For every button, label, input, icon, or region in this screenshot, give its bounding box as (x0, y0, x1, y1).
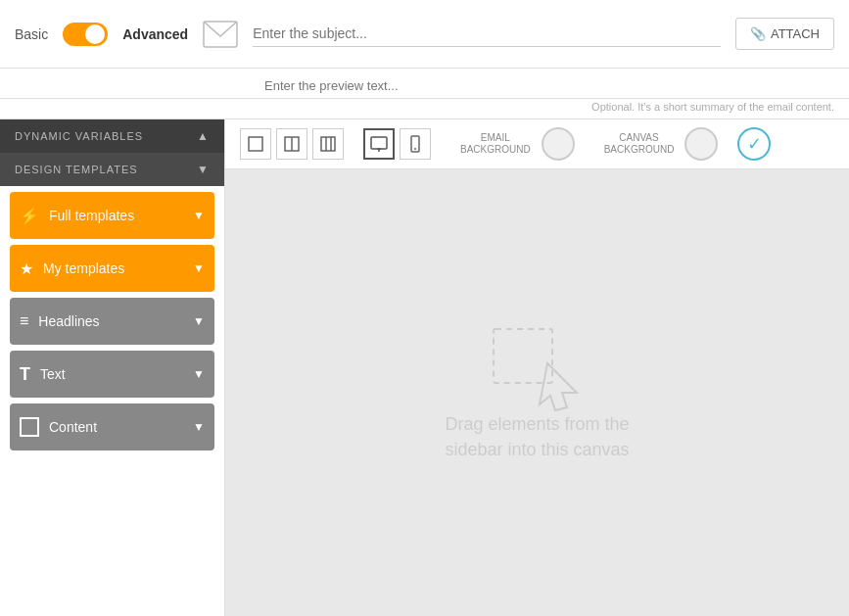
dynamic-variables-label: DYNAMIC VARIABLES (15, 130, 143, 142)
svg-point-11 (414, 148, 416, 150)
chevron-down-icon: ▼ (197, 163, 210, 176)
preview-bar (0, 69, 849, 99)
svg-marker-13 (540, 363, 577, 410)
canvas-toolbar: EMAILBACKGROUND CANVASBACKGROUND ✓ (225, 119, 849, 169)
basic-label: Basic (15, 26, 48, 42)
layout-single-btn[interactable] (240, 128, 271, 160)
svg-rect-1 (249, 137, 262, 151)
text-btn[interactable]: T Text ▼ (10, 351, 214, 398)
layout-desktop-btn[interactable] (363, 128, 395, 160)
text-label: Text (40, 366, 66, 382)
dynamic-variables-header[interactable]: DYNAMIC VARIABLES ▲ (0, 119, 224, 153)
preview-input[interactable] (264, 78, 834, 93)
design-templates-label: DESIGN TEMPLATES (15, 164, 138, 175)
optional-hint: Optional. It's a short summary of the em… (0, 99, 849, 119)
caret-down-icon-4: ▼ (193, 367, 205, 381)
sidebar: DYNAMIC VARIABLES ▲ DESIGN TEMPLATES ▼ ⚡… (0, 119, 225, 616)
layout-two-col-btn[interactable] (276, 128, 307, 160)
content-icon (20, 417, 39, 437)
content-label: Content (49, 419, 97, 435)
email-background-toggle[interactable] (542, 127, 575, 161)
lightning-icon: ⚡ (20, 207, 39, 225)
svg-rect-7 (371, 137, 387, 149)
full-templates-btn[interactable]: ⚡ Full templates ▼ (10, 192, 214, 239)
caret-down-icon-5: ▼ (193, 420, 205, 434)
canvas-background-toggle[interactable] (684, 127, 718, 161)
paperclip-icon: 📎 (750, 26, 766, 41)
layout-three-col-btn[interactable] (312, 128, 344, 160)
design-templates-header[interactable]: DESIGN TEMPLATES ▼ (0, 153, 224, 186)
canvas-area: EMAILBACKGROUND CANVASBACKGROUND ✓ Drag … (225, 119, 849, 616)
headlines-btn[interactable]: ≡ Headlines ▼ (10, 298, 214, 345)
svg-rect-12 (494, 329, 552, 383)
star-icon: ★ (20, 260, 33, 278)
canvas-content: Drag elements from the sidebar into this… (225, 169, 849, 616)
text-icon: T (20, 364, 30, 385)
subject-input[interactable] (253, 21, 721, 47)
checkmark-icon: ✓ (747, 133, 762, 155)
caret-down-icon-3: ▼ (193, 314, 205, 328)
attach-button[interactable]: 📎 ATTACH (735, 18, 834, 50)
layout-mobile-btn[interactable] (400, 128, 431, 160)
caret-down-icon-2: ▼ (193, 261, 205, 275)
check-circle-btn[interactable]: ✓ (737, 127, 771, 161)
drag-cursor-icon (489, 324, 587, 412)
content-btn[interactable]: Content ▼ (10, 403, 214, 450)
caret-down-icon: ▼ (193, 209, 205, 222)
email-background-label: EMAILBACKGROUND (460, 132, 531, 156)
headlines-label: Headlines (38, 313, 99, 329)
my-templates-label: My templates (43, 261, 124, 276)
mode-toggle[interactable] (63, 23, 108, 46)
attach-label: ATTACH (771, 26, 820, 41)
chevron-up-icon: ▲ (197, 129, 210, 143)
advanced-label: Advanced (122, 26, 188, 42)
email-icon (203, 21, 238, 48)
canvas-background-label: CANVASBACKGROUND (604, 132, 675, 156)
svg-rect-4 (321, 137, 335, 151)
main-area: DYNAMIC VARIABLES ▲ DESIGN TEMPLATES ▼ ⚡… (0, 119, 849, 616)
top-bar: Basic Advanced 📎 ATTACH (0, 0, 849, 69)
full-templates-label: Full templates (49, 208, 134, 223)
drag-hint-text: Drag elements from the sidebar into this… (445, 412, 629, 461)
headlines-icon: ≡ (20, 312, 28, 330)
my-templates-btn[interactable]: ★ My templates ▼ (10, 245, 214, 292)
